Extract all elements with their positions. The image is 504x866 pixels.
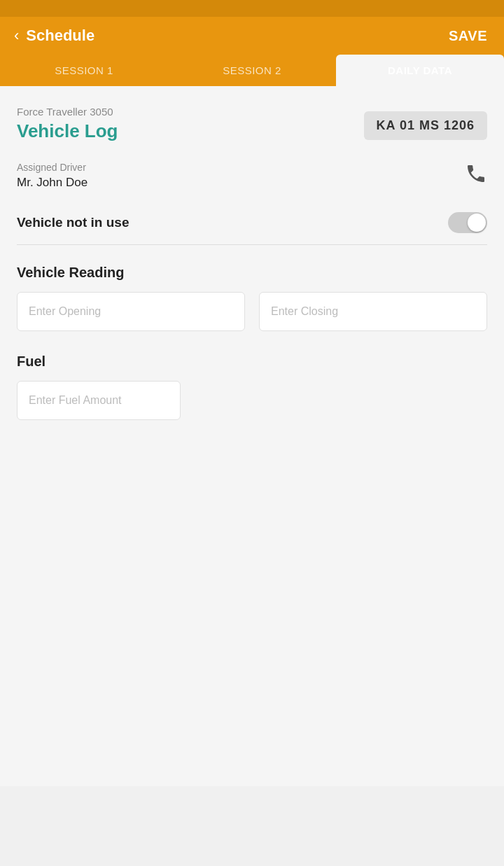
section-divider bbox=[17, 244, 487, 245]
fuel-input-wrap bbox=[17, 381, 227, 420]
header-title: Schedule bbox=[26, 27, 94, 45]
opening-input[interactable] bbox=[17, 292, 245, 331]
fuel-amount-input[interactable] bbox=[17, 381, 181, 420]
vehicle-plate: KA 01 MS 1206 bbox=[364, 111, 487, 140]
fuel-section-title: Fuel bbox=[17, 354, 487, 370]
vehicle-use-row: Vehicle not in use bbox=[17, 212, 487, 233]
vehicle-reading-section: Vehicle Reading bbox=[17, 265, 487, 331]
tab-session2[interactable]: SESSION 2 bbox=[168, 55, 336, 86]
vehicle-log-left: Force Traveller 3050 Vehicle Log bbox=[17, 106, 118, 142]
vehicle-log-title: Vehicle Log bbox=[17, 120, 118, 142]
tab-daily-data[interactable]: DAILY DATA bbox=[336, 55, 504, 86]
driver-label: Assigned Driver bbox=[17, 162, 88, 173]
header-left: ‹ Schedule bbox=[14, 27, 94, 45]
driver-name: Mr. John Doe bbox=[17, 176, 88, 190]
tab-session1[interactable]: SESSION 1 bbox=[0, 55, 168, 86]
main-content: Force Traveller 3050 Vehicle Log KA 01 M… bbox=[0, 86, 504, 786]
vehicle-use-toggle[interactable] bbox=[448, 212, 487, 233]
tabs-bar: SESSION 1 SESSION 2 DAILY DATA bbox=[0, 55, 504, 86]
status-bar bbox=[0, 0, 504, 17]
reading-inputs-row bbox=[17, 292, 487, 331]
closing-input[interactable] bbox=[259, 292, 487, 331]
header: ‹ Schedule SAVE bbox=[0, 17, 504, 55]
vehicle-log-section: Force Traveller 3050 Vehicle Log KA 01 M… bbox=[17, 106, 487, 142]
vehicle-use-label: Vehicle not in use bbox=[17, 215, 130, 230]
driver-section: Assigned Driver Mr. John Doe bbox=[17, 162, 487, 190]
vehicle-model: Force Traveller 3050 bbox=[17, 106, 118, 118]
phone-icon[interactable] bbox=[465, 162, 487, 190]
vehicle-reading-title: Vehicle Reading bbox=[17, 265, 487, 281]
driver-info: Assigned Driver Mr. John Doe bbox=[17, 162, 88, 190]
back-arrow-icon[interactable]: ‹ bbox=[14, 28, 19, 43]
save-button[interactable]: SAVE bbox=[449, 28, 487, 44]
toggle-knob bbox=[468, 214, 486, 232]
fuel-section: Fuel bbox=[17, 354, 487, 420]
